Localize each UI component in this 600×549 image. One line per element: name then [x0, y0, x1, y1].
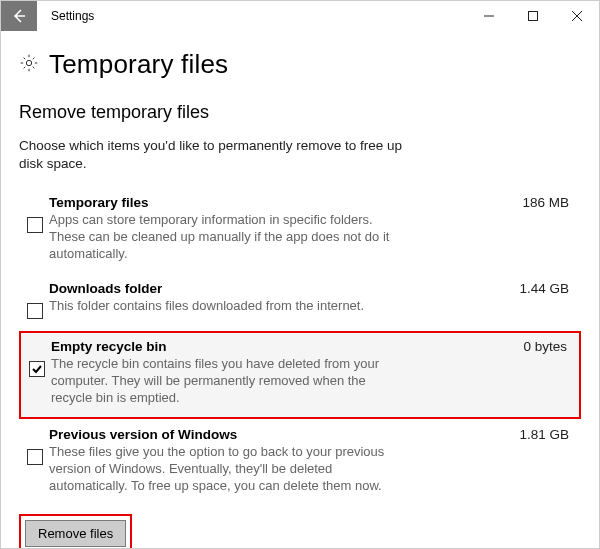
item-body: Previous version of Windows1.81 GBThese …: [49, 427, 577, 495]
close-icon: [572, 11, 582, 21]
item-title: Downloads folder: [49, 281, 162, 296]
item-head: Previous version of Windows1.81 GB: [49, 427, 573, 442]
gear-icon: [19, 53, 39, 77]
check-icon: [31, 363, 43, 375]
minimize-button[interactable]: [467, 1, 511, 31]
item-title: Previous version of Windows: [49, 427, 237, 442]
item-head: Temporary files186 MB: [49, 195, 573, 210]
svg-point-4: [26, 60, 31, 65]
item-body: Downloads folder1.44 GBThis folder conta…: [49, 281, 577, 315]
arrow-left-icon: [11, 8, 27, 24]
item-desc: Apps can store temporary information in …: [49, 212, 399, 263]
item-body: Temporary files186 MBApps can store temp…: [49, 195, 577, 263]
checkbox[interactable]: [29, 361, 45, 377]
back-button[interactable]: [1, 1, 37, 31]
list-item[interactable]: Downloads folder1.44 GBThis folder conta…: [19, 275, 581, 329]
item-size: 1.81 GB: [519, 427, 573, 442]
window-controls: [467, 1, 599, 31]
list-item[interactable]: Temporary files186 MBApps can store temp…: [19, 189, 581, 273]
item-desc: This folder contains files downloaded fr…: [49, 298, 399, 315]
maximize-button[interactable]: [511, 1, 555, 31]
checkbox-col: [21, 195, 49, 233]
checkbox[interactable]: [27, 217, 43, 233]
item-size: 0 bytes: [523, 339, 571, 354]
remove-files-highlight: Remove files: [19, 514, 132, 549]
item-title: Empty recycle bin: [51, 339, 167, 354]
intro-text: Choose which items you'd like to permane…: [19, 137, 409, 173]
page-header: Temporary files: [19, 49, 581, 80]
checkbox-col: [23, 339, 51, 377]
item-desc: These files give you the option to go ba…: [49, 444, 399, 495]
svg-rect-1: [529, 12, 538, 21]
section-title: Remove temporary files: [19, 102, 581, 123]
remove-files-button[interactable]: Remove files: [25, 520, 126, 547]
window-title: Settings: [51, 9, 467, 23]
titlebar: Settings: [1, 1, 599, 31]
checkbox[interactable]: [27, 449, 43, 465]
item-desc: The recycle bin contains files you have …: [51, 356, 401, 407]
item-body: Empty recycle bin0 bytesThe recycle bin …: [51, 339, 575, 407]
page-content: Temporary files Remove temporary files C…: [1, 31, 599, 549]
item-size: 1.44 GB: [519, 281, 573, 296]
maximize-icon: [528, 11, 538, 21]
close-button[interactable]: [555, 1, 599, 31]
minimize-icon: [484, 11, 494, 21]
page-title: Temporary files: [49, 49, 228, 80]
checkbox[interactable]: [27, 303, 43, 319]
list-item[interactable]: Empty recycle bin0 bytesThe recycle bin …: [19, 331, 581, 419]
item-head: Downloads folder1.44 GB: [49, 281, 573, 296]
checkbox-col: [21, 281, 49, 319]
items-list: Temporary files186 MBApps can store temp…: [19, 189, 581, 504]
list-item[interactable]: Previous version of Windows1.81 GBThese …: [19, 421, 581, 505]
checkbox-col: [21, 427, 49, 465]
item-head: Empty recycle bin0 bytes: [51, 339, 571, 354]
item-size: 186 MB: [522, 195, 573, 210]
item-title: Temporary files: [49, 195, 149, 210]
